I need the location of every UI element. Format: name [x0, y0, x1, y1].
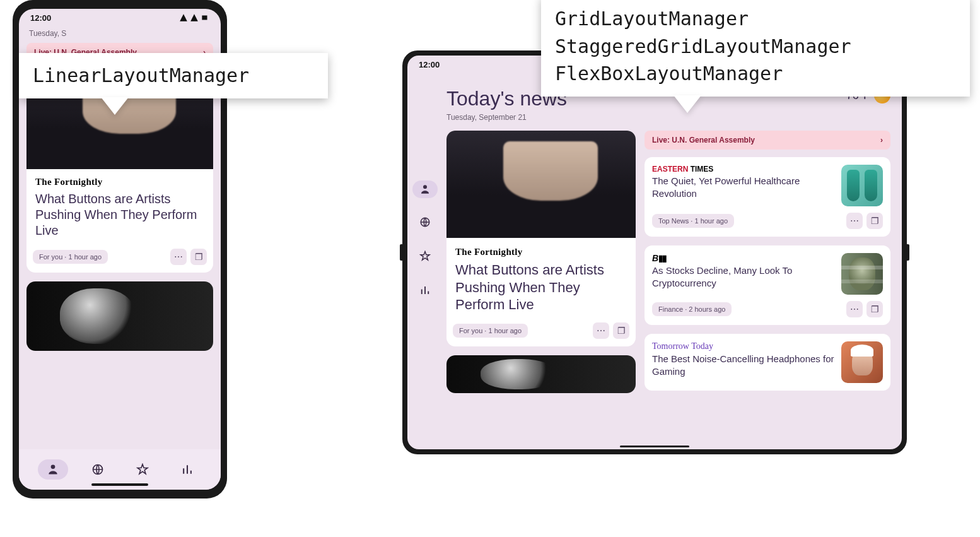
svg-rect-0: [202, 16, 207, 20]
more-icon[interactable]: ⋯: [170, 249, 187, 265]
headline: What Buttons are Artists Pushing When Th…: [35, 191, 204, 239]
headline: The Best Noise-Cancelling Headphones for…: [652, 353, 835, 377]
nav-starred[interactable]: [127, 459, 158, 480]
category-chip[interactable]: For you · 1 hour ago: [453, 324, 528, 338]
chevron-right-icon: ›: [880, 136, 883, 145]
tooltip-text: LinearLayoutManager: [33, 64, 249, 86]
brand-label: B▮▮: [652, 253, 835, 263]
date-label: Tuesday, September 21: [446, 110, 567, 122]
tooltip-line-1: GridLayoutManager: [555, 5, 956, 33]
card-image-dj: [446, 131, 636, 238]
headline: As Stocks Decline, Many Look To Cryptocu…: [652, 264, 835, 289]
status-time: 12:00: [419, 60, 440, 69]
content-columns: The Fortnightly What Buttons are Artists…: [446, 131, 890, 449]
tablet-body: Today's news Tuesday, September 21 76°F: [407, 73, 902, 449]
featured-card[interactable]: The Fortnightly What Buttons are Artists…: [446, 131, 636, 346]
hinge-notch-right: [907, 244, 909, 261]
nav-world[interactable]: [83, 459, 113, 480]
tablet-screen: 12:00 Today's: [407, 56, 902, 449]
svg-point-1: [50, 465, 55, 469]
star-icon: [136, 463, 149, 476]
tooltip-line-2: StaggeredGridLayoutManager: [555, 33, 956, 61]
globe-icon: [419, 216, 431, 228]
bars-icon: [419, 285, 431, 296]
tooltip-grid: GridLayoutManager StaggeredGridLayoutMan…: [541, 0, 970, 97]
collections-icon[interactable]: ❐: [866, 301, 883, 317]
headline: The Quiet, Yet Powerful Healthcare Revol…: [652, 175, 835, 199]
list-card-1[interactable]: EASTERN TIMES The Quiet, Yet Powerful He…: [645, 157, 890, 237]
tablet-device-frame: 12:00 Today's: [402, 50, 907, 454]
nav-stats[interactable]: [410, 280, 440, 300]
phone-status-bar: 12:00: [19, 9, 221, 27]
svg-point-3: [423, 185, 427, 189]
live-banner[interactable]: Live: U.N. General Assembly ›: [645, 131, 890, 150]
live-banner-label: Live: U.N. General Assembly: [652, 136, 755, 145]
thumbnail-hospital: [841, 165, 883, 206]
nav-for-you[interactable]: [38, 459, 68, 480]
tablet-main: Today's news Tuesday, September 21 76°F: [443, 73, 902, 449]
brand-label: The Fortnightly: [35, 177, 204, 187]
brand-label: Tomorrow Today: [652, 341, 835, 351]
column-right: Live: U.N. General Assembly › EASTERN TI…: [645, 131, 890, 449]
more-icon[interactable]: ⋯: [593, 322, 609, 339]
nav-world[interactable]: [410, 212, 440, 232]
star-icon: [419, 251, 431, 262]
card-footer: For you · 1 hour ago ⋯ ❐: [26, 245, 213, 273]
list-card-2[interactable]: B▮▮ As Stocks Decline, Many Look To Cryp…: [645, 245, 890, 325]
status-icons: [179, 13, 209, 22]
brand-label: The Fortnightly: [455, 247, 627, 257]
signal-icon: [179, 13, 188, 22]
tablet-sidenav: [407, 73, 443, 449]
gesture-bar: [620, 446, 689, 447]
card-image-singer: [446, 355, 636, 393]
bars-icon: [181, 463, 194, 476]
collections-icon[interactable]: ❐: [190, 249, 207, 265]
thumbnail-money: [841, 253, 883, 295]
date-label: Tuesday, S: [26, 27, 213, 43]
list-card-3[interactable]: Tomorrow Today The Best Noise-Cancelling…: [645, 334, 890, 391]
nav-stats[interactable]: [172, 459, 202, 480]
battery-icon: [201, 13, 209, 22]
category-chip[interactable]: Top News · 1 hour ago: [652, 214, 734, 228]
tooltip-linear: LinearLayoutManager: [19, 53, 328, 98]
featured-card-2[interactable]: [446, 355, 636, 393]
brand-label: EASTERN TIMES: [652, 165, 835, 174]
collections-icon[interactable]: ❐: [866, 213, 883, 229]
column-left: The Fortnightly What Buttons are Artists…: [446, 131, 636, 449]
hinge-notch-left: [400, 244, 402, 261]
wifi-icon: [190, 13, 199, 22]
card-image-singer: [26, 281, 213, 351]
nav-for-you[interactable]: [412, 180, 438, 198]
more-icon[interactable]: ⋯: [846, 301, 863, 317]
home-indicator: [91, 483, 148, 486]
headline: What Buttons are Artists Pushing When Th…: [455, 261, 627, 314]
person-icon: [419, 184, 431, 195]
more-icon[interactable]: ⋯: [846, 213, 863, 229]
collections-icon[interactable]: ❐: [613, 322, 629, 339]
person-icon: [47, 463, 59, 476]
tooltip-line-3: FlexBoxLayoutManager: [555, 60, 956, 88]
thumbnail-gamer: [841, 341, 883, 383]
status-time: 12:00: [30, 13, 51, 23]
category-chip[interactable]: Finance · 2 hours ago: [652, 302, 732, 316]
nav-starred[interactable]: [410, 246, 440, 266]
category-chip[interactable]: For you · 1 hour ago: [33, 250, 108, 264]
globe-icon: [91, 463, 104, 476]
news-card-2[interactable]: [26, 281, 213, 351]
card-body: The Fortnightly What Buttons are Artists…: [26, 169, 213, 245]
